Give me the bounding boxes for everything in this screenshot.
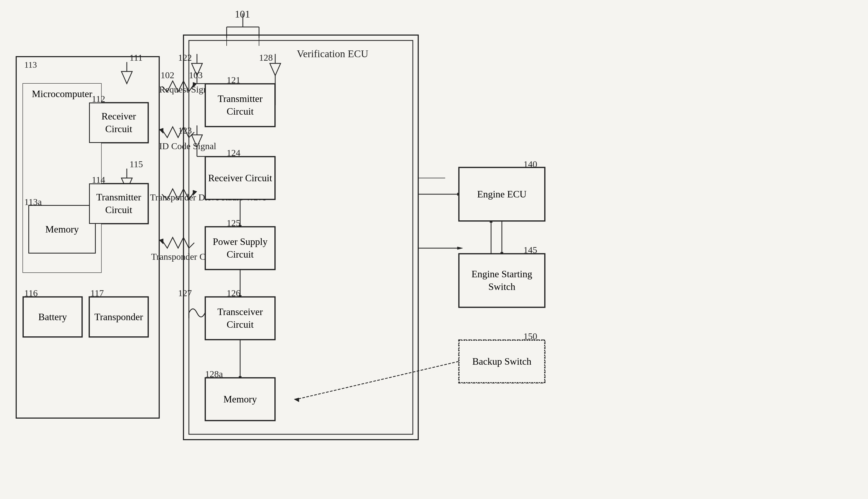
- receiver-circuit-vecu: Receiver Circuit: [205, 156, 275, 199]
- ref-102: 102: [160, 70, 174, 81]
- svg-marker-23: [270, 63, 281, 75]
- receiver-circuit-vecu-ref: 124: [227, 148, 240, 158]
- backup-switch-ref: 150: [523, 331, 537, 341]
- transmitter-circuit-key: Transmitter Circuit: [89, 183, 148, 224]
- transceiver-circuit: Transceiver Circuit: [205, 297, 275, 340]
- transponder-ref: 117: [91, 288, 104, 298]
- svg-line-46: [297, 362, 459, 399]
- verification-ecu-label: Verification ECU: [297, 47, 368, 60]
- transmitter-circuit-key-ref: 114: [92, 175, 105, 185]
- receiver-circuit-key-ref: 112: [92, 94, 105, 104]
- receiver-circuit-key-label: Receiver Circuit: [90, 110, 148, 135]
- antenna-115-ref: 115: [130, 159, 143, 169]
- microcomputer-label: Microcomputer: [26, 88, 98, 100]
- memory-vecu-label: Memory: [224, 393, 257, 406]
- antenna-111-ref: 111: [130, 52, 143, 63]
- memory-vecu-ref: 128a: [205, 369, 223, 379]
- ref-103: 103: [189, 70, 203, 81]
- receiver-circuit-vecu-label: Receiver Circuit: [208, 172, 272, 184]
- transmitter-circuit-vecu-label: Transmitter Circuit: [206, 93, 274, 118]
- transmitter-circuit-key-label: Transmitter Circuit: [90, 191, 148, 216]
- engine-ecu-ref: 140: [523, 159, 537, 169]
- power-supply-ref: 125: [227, 218, 240, 228]
- diagram-lines: [0, 0, 868, 499]
- transceiver-ref-127: 127: [178, 288, 192, 298]
- transceiver-ref-126: 126: [227, 288, 240, 298]
- backup-switch-label: Backup Switch: [472, 355, 532, 368]
- ref-128: 128: [259, 52, 273, 63]
- svg-marker-47: [294, 398, 299, 402]
- power-supply-circuit: Power Supply Circuit: [205, 227, 275, 270]
- battery-box: Battery: [23, 297, 82, 337]
- battery-label: Battery: [38, 311, 67, 324]
- svg-marker-41: [457, 247, 463, 250]
- id-code-signal-label: ID Code Signal: [159, 140, 216, 152]
- transceiver-circuit-label: Transceiver Circuit: [206, 306, 274, 331]
- backup-switch: Backup Switch: [459, 340, 545, 383]
- svg-marker-30: [159, 128, 163, 134]
- svg-marker-17: [121, 72, 132, 84]
- memory-label-key: Memory: [45, 223, 79, 236]
- ref-101: 101: [235, 8, 250, 20]
- engine-starting-switch: Engine Starting Switch: [459, 254, 545, 307]
- engine-starting-switch-ref: 145: [523, 245, 537, 255]
- svg-marker-32: [159, 239, 163, 244]
- memory-box-key: Memory: [28, 205, 96, 254]
- transponder-key-ref: 113: [24, 59, 37, 71]
- memory-vecu: Memory: [205, 378, 275, 421]
- memory-ref-key: 113a: [24, 197, 42, 207]
- battery-ref: 116: [24, 288, 38, 298]
- ref-122: 122: [178, 52, 192, 63]
- engine-ecu-label: Engine ECU: [477, 188, 527, 201]
- power-supply-circuit-label: Power Supply Circuit: [206, 235, 274, 261]
- transponder-label: Transponder: [94, 311, 143, 324]
- diagram: 113 Microcomputer Memory 113a Receiver C…: [0, 0, 868, 499]
- transponder-box: Transponder: [89, 297, 148, 337]
- transmitter-circuit-vecu: Transmitter Circuit: [205, 84, 275, 127]
- engine-ecu: Engine ECU: [459, 167, 545, 221]
- ref-123: 123: [178, 125, 192, 136]
- transmitter-circuit-vecu-ref: 121: [227, 75, 240, 85]
- engine-starting-switch-label: Engine Starting Switch: [459, 268, 544, 293]
- receiver-circuit-key: Receiver Circuit: [89, 102, 148, 143]
